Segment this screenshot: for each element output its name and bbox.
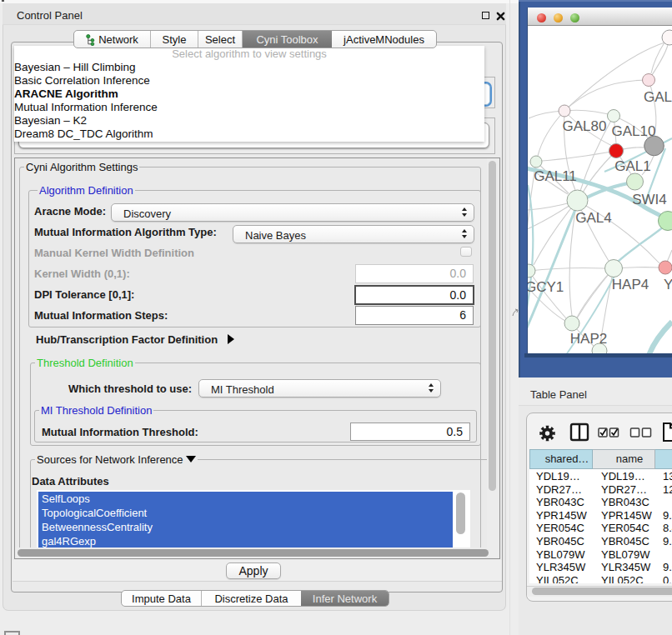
svg-text:GCY1: GCY1 xyxy=(528,279,564,295)
svg-text:GAL80: GAL80 xyxy=(563,118,607,134)
svg-text:GAL10: GAL10 xyxy=(612,123,656,139)
svg-text:Y: Y xyxy=(664,277,672,292)
svg-text:GAL4: GAL4 xyxy=(575,210,611,226)
svg-text:HAP4: HAP4 xyxy=(612,277,649,292)
svg-text:GAL1: GAL1 xyxy=(614,158,650,174)
svg-text:HAP2: HAP2 xyxy=(570,331,607,347)
svg-text:GAL11: GAL11 xyxy=(534,168,577,184)
svg-text:GAL7: GAL7 xyxy=(644,89,672,105)
svg-text:SWI4: SWI4 xyxy=(632,192,667,208)
